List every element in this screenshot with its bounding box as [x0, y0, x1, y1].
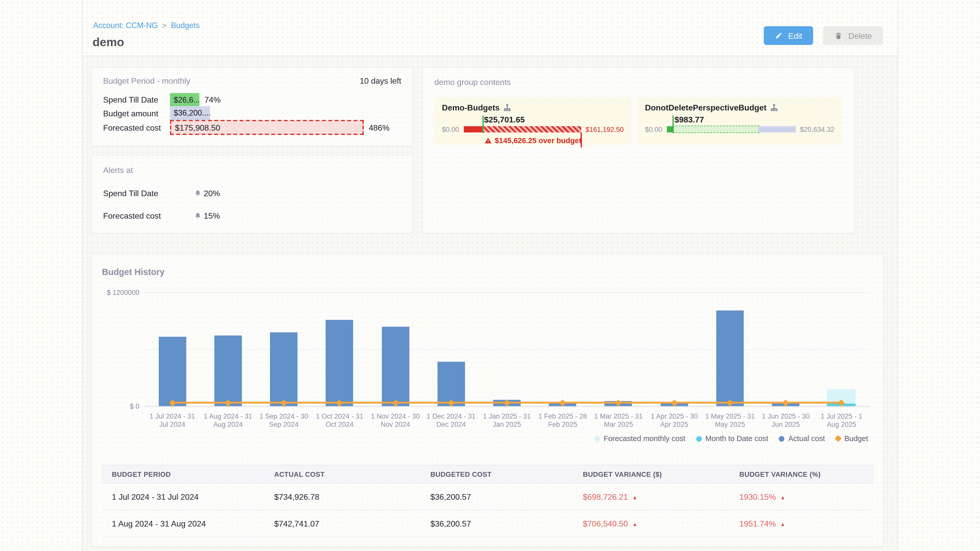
content-area: Account: CCM-NG>Budgets demo Edit Delete: [82, 0, 898, 551]
gridline: [145, 349, 870, 350]
cell-actual-cost: $742,741.07: [264, 510, 420, 537]
legend-item-label: Month to Date cost: [705, 434, 768, 443]
delete-button[interactable]: Delete: [823, 26, 883, 45]
budget-period-row-percent: 486%: [369, 123, 390, 132]
spend-marker: [482, 116, 484, 133]
legend-item[interactable]: Month to Date cost: [696, 434, 768, 443]
remaining-segment: [758, 126, 796, 132]
chart-x-label: 1 Jul 2024 - 31 Jul 2024: [145, 412, 200, 429]
cell-budget-variance-pct: 1930.15%▲: [729, 483, 874, 510]
actual-cost-bar[interactable]: [215, 336, 242, 406]
budget-period-row-label: Budget amount: [103, 108, 170, 118]
alert-row-label: Spend Till Date: [103, 189, 194, 198]
actual-cost-bar[interactable]: [270, 332, 298, 406]
legend-series-dot-icon: [594, 436, 600, 441]
over-budget-segment: [482, 126, 581, 132]
table-header-cell: BUDGET VARIANCE (%): [729, 465, 874, 483]
variance-up-icon: ▲: [780, 494, 785, 500]
legend-item[interactable]: Budget: [835, 434, 868, 443]
group-contents-card: demo group contents Demo-Budgets$0.00$25…: [422, 67, 854, 233]
gridline: [145, 406, 870, 407]
cell-budget-variance-usd: $706,540.50▲: [573, 510, 729, 537]
gridline: [145, 292, 870, 293]
spend-value-label: $983.77: [675, 115, 704, 124]
budget-period-row: Budget amount$36,200....: [103, 106, 401, 120]
actual-cost-bar[interactable]: [159, 337, 186, 406]
edit-button-label: Edit: [788, 31, 802, 40]
spend-value-label: $25,701.65: [484, 115, 525, 124]
variance-up-icon: ▲: [632, 521, 637, 527]
chart-x-label: 1 Sep 2024 - 30 Sep 2024: [256, 412, 312, 429]
budget-period-card: Budget Period - monthly 10 days left Spe…: [91, 67, 413, 146]
table-header-cell: ACTUAL COST: [264, 465, 420, 483]
table-header-cell: BUDGET PERIOD: [102, 465, 264, 483]
cell-budget-period: 1 Jul 2024 - 31 Jul 2024: [102, 483, 264, 510]
group-budget-bar: $983.77: [667, 126, 795, 132]
legend-item[interactable]: Actual cost: [779, 434, 825, 443]
warning-icon: [484, 137, 492, 144]
bar-min-label: $0.00: [442, 125, 459, 133]
y-axis-tick-label: $ 1200000: [107, 289, 139, 296]
bar-min-label: $0.00: [645, 125, 662, 133]
breadcrumb-separator: >: [162, 21, 167, 30]
main-panel: Budget Period - monthly 10 days left Spe…: [83, 56, 897, 551]
chart-x-label: 1 May 2025 - 31 May 2025: [702, 412, 758, 429]
actual-cost-bar[interactable]: [438, 362, 465, 406]
legend-item-label: Forecasted monthly cost: [604, 434, 685, 443]
group-budget-bar: $25,701.65: [463, 126, 581, 132]
legend-series-dot-icon: [779, 436, 784, 441]
legend-series-dot-icon: [696, 436, 702, 441]
breadcrumb-budgets-link[interactable]: Budgets: [171, 21, 200, 30]
budget-period-row-label: Spend Till Date: [103, 95, 170, 104]
budget-history-table: BUDGET PERIODACTUAL COSTBUDGETED COSTBUD…: [102, 465, 873, 537]
days-left-label: 10 days left: [360, 76, 401, 86]
table-row: 1 Aug 2024 - 31 Aug 2024$742,741.07$36,2…: [102, 510, 873, 537]
alert-percent: 20%: [204, 189, 220, 198]
pencil-icon: [775, 32, 783, 39]
actual-cost-bar[interactable]: [382, 327, 409, 406]
budget-period-row-label: Forecasted cost: [103, 123, 170, 132]
alerts-card-title: Alerts at: [103, 165, 133, 175]
group-card-title: demo group contents: [434, 78, 511, 87]
alert-row: Spend Till Date20%: [103, 189, 401, 198]
alert-row-value: 15%: [194, 211, 220, 221]
chart-x-axis-labels: 1 Jul 2024 - 31 Jul 20241 Aug 2024 - 31 …: [145, 412, 870, 429]
table-header-cell: BUDGETED COST: [420, 465, 573, 483]
chart-legend: Forecasted monthly costMonth to Date cos…: [594, 434, 868, 443]
legend-item-label: Budget: [844, 434, 868, 443]
variance-value: $698,726.21: [583, 492, 628, 502]
variance-up-icon: ▲: [780, 521, 785, 527]
variance-value: 1951.74%: [739, 519, 776, 528]
alert-row-label: Forecasted cost: [103, 211, 194, 221]
bell-icon: [194, 190, 201, 197]
actual-cost-bar[interactable]: [326, 320, 353, 406]
actual-cost-bar[interactable]: [716, 310, 744, 406]
over-budget-tick: [581, 132, 582, 148]
budget-history-card: Budget History $ 1200000$ 0 1 Jul 2024 -…: [91, 254, 884, 547]
legend-item[interactable]: Forecasted monthly cost: [594, 434, 685, 443]
bar-max-label: $20,634.32: [800, 125, 835, 133]
table-header-row: BUDGET PERIODACTUAL COSTBUDGETED COSTBUD…: [102, 465, 873, 483]
chart-x-label: 1 Mar 2025 - 31 Mar 2025: [590, 412, 646, 429]
chart-x-label: 1 Aug 2024 - 31 Aug 2024: [200, 412, 256, 429]
bar-max-label: $161,192.50: [585, 125, 624, 133]
budget-lav-bar: $36,200....: [170, 106, 210, 120]
legend-item-label: Actual cost: [788, 434, 825, 443]
group-budget-card[interactable]: Demo-Budgets$0.00$25,701.65$161,192.50$1…: [434, 97, 631, 145]
edit-button[interactable]: Edit: [764, 26, 813, 45]
alert-row-value: 20%: [194, 189, 220, 198]
forecasted-cost-bar: $175,908.50: [170, 120, 364, 135]
cell-budget-variance-pct: 1951.74%▲: [729, 510, 874, 537]
legend-budget-marker-icon: [835, 435, 842, 442]
budget-green-bar: $26,6...: [170, 93, 199, 106]
spend-segment: [463, 126, 482, 132]
forecast-segment: [673, 125, 759, 133]
budget-period-row-percent: 74%: [204, 95, 221, 104]
chart-x-label: 1 Jan 2025 - 31 Jan 2025: [479, 412, 535, 429]
trash-icon: [835, 32, 843, 40]
chart-x-label: 1 Nov 2024 - 30 Nov 2024: [368, 412, 423, 429]
group-budget-bar-row: $0.00$983.77$20,634.32: [645, 125, 834, 133]
breadcrumb-account-link[interactable]: Account: CCM-NG: [93, 21, 158, 30]
bell-icon: [194, 213, 201, 219]
group-budget-card[interactable]: DonotDeletePerspectiveBudget$0.00$983.77…: [638, 97, 842, 145]
